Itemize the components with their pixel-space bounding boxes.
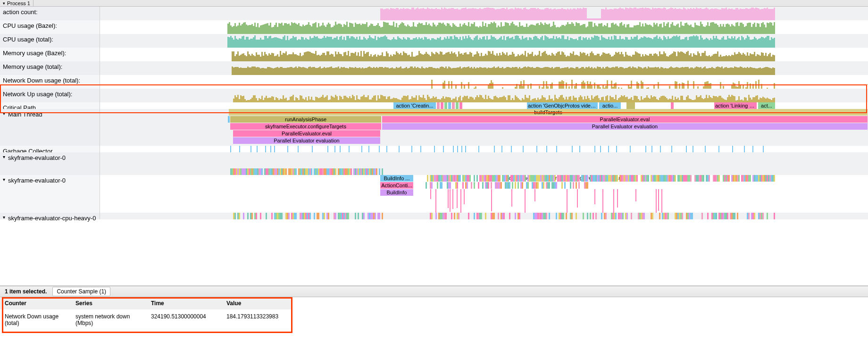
track-cpu-total[interactable]: CPU usage (total): [0,34,868,48]
detail-panel: Counter Series Time Value Network Down u… [0,297,868,330]
track-sky0a[interactable]: ▾ skyframe-evaluator-0 [0,152,868,175]
track-label: ▾ skyframe-evaluator-0 [0,175,100,213]
track-cpu-bazel[interactable]: CPU usage (Bazel): [0,20,868,34]
track-mem-bazel[interactable]: Memory usage (Bazel): [0,48,868,61]
critpath-seg[interactable] [452,102,455,109]
critpath-seg[interactable]: action 'Creatin... [393,102,436,109]
track-label: Garbage Collector [0,146,100,152]
track-label: Critical Path [0,102,100,109]
track-label: action count: [0,7,100,20]
process-tab-label: Process 1 [7,0,30,6]
main-seg-pareval2[interactable]: ParallelEvaluator.eval [233,130,380,137]
critpath-seg[interactable]: act... [758,102,775,109]
detail-cell-counter: Network Down usage (total) [0,309,71,330]
main-seg-skyconfigure[interactable]: skyframeExecutor.configureTargets [230,123,381,130]
track-label: CPU usage (total): [0,34,100,48]
detail-header-series[interactable]: Series [71,297,146,309]
track-lane[interactable] [100,75,868,89]
detail-header-time[interactable]: Time [146,297,222,309]
critpath-seg[interactable] [456,102,459,109]
timeline-panel[interactable]: action count: CPU usage (Bazel): CPU usa… [0,7,868,286]
critpath-seg[interactable] [671,102,674,109]
selection-summary: 1 item selected. [5,288,47,295]
track-label: ▾ Main Thread [0,109,100,146]
track-lane[interactable] [100,213,868,219]
critpath-seg[interactable] [459,102,462,109]
sky-seg[interactable]: BuildInfo [380,189,413,196]
track-gc[interactable]: Garbage Collector [0,146,868,152]
track-lane[interactable]: buildTargets runAnalysisPhase ParallelEv… [100,109,868,146]
track-lane[interactable] [100,34,868,48]
track-label: ▾ skyframe-evaluator-0 [0,152,100,175]
detail-cell-time: 324190.51300000004 [146,309,222,330]
track-label: Memory usage (Bazel): [0,48,100,61]
track-label: Network Down usage (total): [0,75,100,89]
track-net-down[interactable]: Network Down usage (total): [0,75,868,89]
track-lane[interactable] [100,89,868,102]
detail-header-value[interactable]: Value [222,297,292,309]
critpath-seg[interactable]: actio... [599,102,621,109]
detail-cell-series: system network down (Mbps) [71,309,146,330]
chevron-down-icon[interactable]: ▾ [3,111,5,116]
track-lane[interactable] [100,152,868,175]
track-lane[interactable] [100,146,868,152]
critpath-seg[interactable]: action 'GenObjcProtos video/... [527,102,598,109]
track-label: Network Up usage (total): [0,89,100,102]
detail-cell-value: 184.1793113323983 [222,309,292,330]
track-main-thread[interactable]: ▾ Main Thread buildTargets runAnalysisPh… [0,109,868,146]
track-sky-cpu[interactable]: ▾ skyframe-evaluator-cpu-heavy-0 [0,213,868,219]
critpath-seg[interactable]: action 'Linking go... [714,102,757,109]
main-seg[interactable] [228,116,230,123]
main-seg-parevaleval2[interactable]: Parallel Evaluator evaluation [233,137,380,144]
chevron-down-icon[interactable]: ▾ [3,154,5,159]
chevron-down-icon[interactable]: ▾ [3,177,5,182]
critpath-seg[interactable] [626,102,635,109]
track-critical-path[interactable]: Critical Path action 'Creatin... action … [0,102,868,109]
chevron-down-icon: ▾ [3,1,5,6]
track-sky0b[interactable]: ▾ skyframe-evaluator-0 BuildInfo ... Act… [0,175,868,213]
track-lane[interactable] [100,61,868,75]
track-lane[interactable] [100,7,868,20]
critpath-seg[interactable] [441,102,443,109]
main-seg-runanalysis[interactable]: runAnalysisPhase [230,116,381,123]
process-tabbar[interactable]: ▾ Process 1 [0,0,868,7]
track-net-up[interactable]: Network Up usage (total): [0,89,868,102]
detail-table: Counter Series Time Value Network Down u… [0,297,292,330]
track-lane[interactable]: BuildInfo ... ActionConti... BuildInfo s… [100,175,868,213]
track-action-count[interactable]: action count: [0,7,868,20]
main-seg-pareval[interactable]: ParallelEvaluator.eval [382,116,868,123]
critpath-seg[interactable] [444,102,447,109]
track-lane[interactable] [100,48,868,61]
track-mem-total[interactable]: Memory usage (total): [0,61,868,75]
process-tab[interactable]: ▾ Process 1 [0,0,33,6]
chevron-down-icon[interactable]: ▾ [3,215,5,220]
track-lane[interactable]: action 'Creatin... action 'GenObjcProtos… [100,102,868,109]
critpath-seg[interactable] [437,102,440,109]
selection-bar: 1 item selected. Counter Sample (1) [0,286,868,297]
critpath-seg[interactable] [448,102,451,109]
track-label: CPU usage (Bazel): [0,20,100,34]
detail-header-counter[interactable]: Counter [0,297,71,309]
main-seg-parevaleval[interactable]: Parallel Evaluator evaluation [382,123,868,130]
track-label: ▾ skyframe-evaluator-cpu-heavy-0 [0,213,100,219]
track-lane[interactable] [100,20,868,34]
main-seg-buildtargets[interactable]: buildTargets [229,109,868,116]
detail-row[interactable]: Network Down usage (total) system networ… [0,309,292,330]
counter-sample-tab[interactable]: Counter Sample (1) [52,287,110,296]
track-label: Memory usage (total): [0,61,100,75]
